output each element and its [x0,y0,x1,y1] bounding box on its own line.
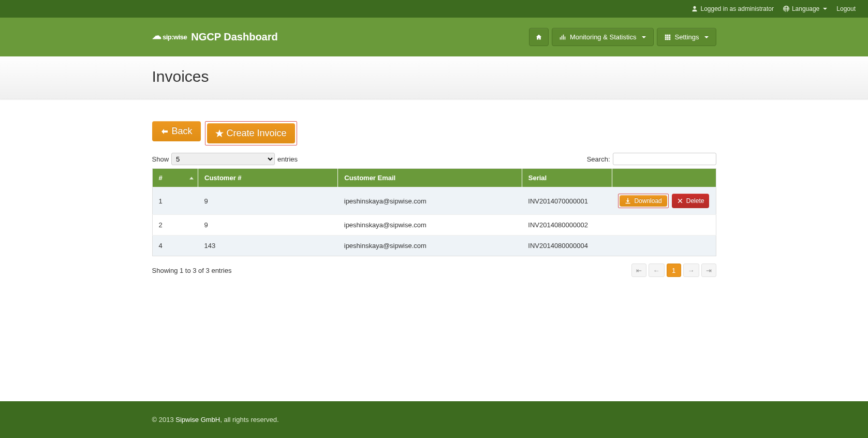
logged-in-status: Logged in as administrator [692,5,773,12]
cell-customer: 143 [198,236,338,256]
col-actions [612,169,716,187]
logged-in-text: Logged in as administrator [700,5,773,12]
chevron-down-icon [823,8,827,10]
monitoring-menu[interactable]: Monitoring & Statistics [552,28,654,46]
create-highlight: Create Invoice [205,121,297,145]
download-label: Download [634,197,661,205]
cell-actions [612,215,716,236]
table-row[interactable]: 1 9 ipeshinskaya@sipwise.com INV20140700… [152,187,716,215]
back-label: Back [172,126,193,137]
brand-logo-text: sip:wise [163,33,187,41]
logout-label: Logout [836,5,856,12]
pager-page-1[interactable]: 1 [667,264,681,277]
cell-id: 1 [152,187,198,215]
create-invoice-button[interactable]: Create Invoice [207,123,295,143]
col-email[interactable]: Customer Email [338,169,522,187]
col-serial-label: Serial [528,174,547,182]
cell-actions: Download Delete [612,187,716,215]
pager-prev[interactable]: ← [649,264,665,277]
settings-label: Settings [675,33,699,41]
footer-prefix: © 2013 [152,416,176,424]
search-input[interactable] [613,153,716,165]
footer-company-link[interactable]: Sipwise GmbH [175,416,220,424]
pager-first[interactable]: ⇤ [631,264,646,277]
col-serial[interactable]: Serial [522,169,612,187]
user-icon [692,6,698,12]
home-button[interactable] [529,28,549,46]
table-row[interactable]: 4 143 ipeshinskaya@sipwise.com INV201408… [152,236,716,256]
col-id[interactable]: # [152,169,198,187]
brand-logo: ☁ sip:wise [152,33,187,41]
logout-link[interactable]: Logout [836,5,856,12]
cell-actions [612,236,716,256]
sort-asc-icon [189,177,194,179]
col-id-label: # [159,174,163,182]
back-button[interactable]: Back [152,121,201,141]
cell-id: 2 [152,215,198,236]
datatable-controls: Show 5 entries Search: [152,153,716,165]
main-nav: Monitoring & Statistics Settings [529,28,716,46]
title-area: Invoices [0,56,868,99]
action-bar: Back Create Invoice [152,121,716,145]
table-row[interactable]: 2 9 ipeshinskaya@sipwise.com INV20140800… [152,215,716,236]
invoices-table: # Customer # Customer Email Serial [152,168,716,256]
pager-last[interactable]: ⇥ [701,264,716,277]
star-icon [215,129,224,138]
col-customer-label: Customer # [204,174,242,182]
search-label: Search: [587,155,610,163]
create-label: Create Invoice [227,128,287,139]
cell-id: 4 [152,236,198,256]
download-highlight: Download [618,194,668,208]
delete-button[interactable]: Delete [672,194,710,208]
settings-menu[interactable]: Settings [657,28,716,46]
cell-serial: INV2014080000002 [522,215,612,236]
language-label: Language [792,5,819,12]
show-label: Show [152,155,169,163]
page-footer: © 2013 Sipwise GmbH, all rights reserved… [0,401,868,438]
download-button[interactable]: Download [620,195,667,207]
cell-serial: INV2014080000004 [522,236,612,256]
page-size-select[interactable]: 5 [171,153,275,165]
cell-customer: 9 [198,187,338,215]
brand[interactable]: ☁ sip:wise NGCP Dashboard [152,31,278,43]
entries-label: entries [277,155,298,163]
brand-title: NGCP Dashboard [191,31,277,43]
cell-customer: 9 [198,215,338,236]
datatable-footer: Showing 1 to 3 of 3 entries ⇤ ← 1 → ⇥ [152,264,716,277]
globe-icon [783,6,789,12]
cell-serial: INV2014070000001 [522,187,612,215]
chevron-down-icon [704,36,709,38]
footer-suffix: , all rights reserved. [220,416,278,424]
topbar: Logged in as administrator Language Logo… [0,0,868,18]
home-icon [536,34,542,40]
main-content: Back Create Invoice Show 5 entries Searc… [152,99,716,401]
col-customer[interactable]: Customer # [198,169,338,187]
grid-icon [665,34,671,40]
datatable-info: Showing 1 to 3 of 3 entries [152,267,232,274]
download-icon [625,198,631,204]
arrow-left-icon [160,127,169,136]
language-menu[interactable]: Language [783,5,827,12]
cell-email: ipeshinskaya@sipwise.com [338,187,522,215]
bars-icon [560,34,566,40]
pager-next[interactable]: → [683,264,699,277]
chevron-down-icon [642,36,646,38]
delete-label: Delete [686,197,704,205]
table-header-row: # Customer # Customer Email Serial [152,169,716,187]
page-title: Invoices [152,68,716,85]
col-email-label: Customer Email [344,174,395,182]
close-icon [677,198,683,204]
monitoring-label: Monitoring & Statistics [570,33,637,41]
header: ☁ sip:wise NGCP Dashboard Monitoring & S… [0,18,868,56]
pager: ⇤ ← 1 → ⇥ [631,264,716,277]
cell-email: ipeshinskaya@sipwise.com [338,236,522,256]
cell-email: ipeshinskaya@sipwise.com [338,215,522,236]
